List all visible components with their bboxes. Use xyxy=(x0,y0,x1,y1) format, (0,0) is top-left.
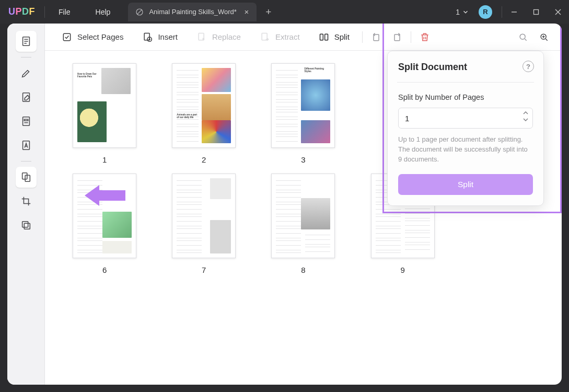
thumb-image xyxy=(102,212,132,238)
page-number: 1 xyxy=(102,155,107,164)
svg-rect-8 xyxy=(25,175,30,181)
stepper[interactable] xyxy=(522,110,529,123)
rail-ocr-button[interactable] xyxy=(16,135,37,156)
step-up-icon[interactable] xyxy=(522,110,529,116)
page-number: 9 xyxy=(401,266,405,274)
thumb-image xyxy=(301,79,330,111)
close-window-button[interactable] xyxy=(547,0,569,24)
step-down-icon[interactable] xyxy=(522,117,529,123)
hint-text: Up to 1 page per document after splittin… xyxy=(398,135,533,165)
page-indicator[interactable]: 1 xyxy=(456,8,469,16)
menu-help[interactable]: Help xyxy=(83,8,123,16)
svg-rect-5 xyxy=(24,119,28,121)
new-tab-button[interactable]: + xyxy=(261,4,276,20)
replace-label: Replace xyxy=(212,32,241,41)
rail-reader-button[interactable] xyxy=(16,31,37,52)
insert-label: Insert xyxy=(158,32,178,41)
rotate-left-button[interactable] xyxy=(366,27,387,48)
window-controls xyxy=(503,0,569,24)
doc-disabled-icon xyxy=(135,8,144,16)
left-tool-rail xyxy=(7,24,45,385)
field-label: Split by Number of Pages xyxy=(398,93,533,101)
page-cell[interactable]: Different Painting Styles 3 xyxy=(268,63,339,164)
pages-input[interactable] xyxy=(398,108,533,129)
page-thumbnail[interactable] xyxy=(271,174,335,258)
separator xyxy=(411,31,411,43)
workspace: Select Pages Insert Replace Extract Spli… xyxy=(7,24,562,385)
page-number: 3 xyxy=(301,155,305,164)
thumb-image xyxy=(301,120,330,143)
rail-edit-button[interactable] xyxy=(16,87,37,108)
organize-toolbar: Select Pages Insert Replace Extract Spli… xyxy=(45,24,562,51)
replace-button[interactable]: Replace xyxy=(187,27,250,48)
maximize-button[interactable] xyxy=(525,0,547,24)
page-number: 2 xyxy=(202,155,206,164)
popover-title: Split Document xyxy=(398,62,533,73)
page-thumbnail[interactable] xyxy=(172,174,236,258)
split-button[interactable]: Split xyxy=(309,27,359,48)
main-area: Select Pages Insert Replace Extract Spli… xyxy=(45,24,562,385)
split-confirm-button[interactable]: Split xyxy=(398,174,533,195)
page-number: 7 xyxy=(202,266,206,274)
page-thumbnail[interactable]: Different Painting Styles xyxy=(271,63,335,148)
page-cell[interactable]: How to Draw Our Favorite Pets 1 xyxy=(69,63,140,164)
svg-rect-9 xyxy=(22,222,28,227)
rail-form-button[interactable] xyxy=(16,111,37,132)
thumb-heading: Different Painting Styles xyxy=(304,68,330,73)
page-thumbnail[interactable]: How to Draw Our Favorite Pets xyxy=(73,63,136,148)
select-pages-label: Select Pages xyxy=(77,32,123,41)
menu-file[interactable]: File xyxy=(46,8,83,16)
insert-button[interactable]: Insert xyxy=(133,27,187,48)
thumb-image xyxy=(210,178,231,199)
rail-organize-button[interactable] xyxy=(16,167,37,188)
svg-rect-1 xyxy=(534,9,539,14)
help-button[interactable]: ? xyxy=(522,61,534,72)
page-thumbnail[interactable]: Animals are a part of our daily life xyxy=(172,63,236,148)
rotate-right-button[interactable] xyxy=(387,27,408,48)
minimize-button[interactable] xyxy=(503,0,525,24)
app-logo: UPDF xyxy=(0,6,43,17)
split-popover: Split Document ? Split by Number of Page… xyxy=(387,51,544,206)
replace-icon xyxy=(196,32,207,42)
callout-arrow xyxy=(85,183,125,210)
document-tab-title: Animal Painting Skills_Word* xyxy=(149,8,236,16)
rail-watermark-button[interactable] xyxy=(16,215,37,236)
user-avatar[interactable]: R xyxy=(479,5,492,19)
page-cell[interactable]: 8 xyxy=(268,174,339,274)
select-icon xyxy=(62,32,72,42)
divider xyxy=(21,57,31,57)
search-button[interactable] xyxy=(513,27,533,48)
select-pages-button[interactable]: Select Pages xyxy=(52,27,133,48)
thumb-image xyxy=(101,68,131,94)
page-cell[interactable]: 7 xyxy=(168,174,239,274)
extract-button[interactable]: Extract xyxy=(250,27,309,48)
thumb-heading: Animals are a part of our daily life xyxy=(177,114,200,119)
divider xyxy=(44,6,45,18)
page-number: 8 xyxy=(301,266,305,274)
svg-rect-7 xyxy=(22,173,27,179)
thumb-image xyxy=(202,68,231,92)
split-icon xyxy=(319,32,329,42)
page-indicator-value: 1 xyxy=(456,8,460,16)
document-tab[interactable]: Animal Painting Skills_Word* × xyxy=(128,3,256,21)
divider xyxy=(21,161,31,162)
svg-rect-16 xyxy=(320,34,323,40)
page-number: 6 xyxy=(102,266,107,274)
thumb-image xyxy=(202,94,231,120)
thumb-image xyxy=(210,220,231,253)
svg-rect-11 xyxy=(63,33,70,40)
thumb-image xyxy=(77,101,107,142)
zoom-in-button[interactable] xyxy=(533,27,554,48)
separator xyxy=(362,31,363,43)
rail-highlight-button[interactable] xyxy=(16,63,37,84)
thumb-heading: How to Draw Our Favorite Pets xyxy=(77,73,98,78)
page-cell[interactable]: Animals are a part of our daily life 2 xyxy=(168,63,239,164)
thumb-image xyxy=(202,120,231,143)
svg-rect-17 xyxy=(324,34,328,40)
rail-crop-button[interactable] xyxy=(16,191,37,212)
close-tab-button[interactable]: × xyxy=(242,7,251,17)
thumb-image xyxy=(102,241,132,253)
delete-button[interactable] xyxy=(414,27,435,48)
divider xyxy=(397,82,534,83)
extract-label: Extract xyxy=(275,32,300,41)
